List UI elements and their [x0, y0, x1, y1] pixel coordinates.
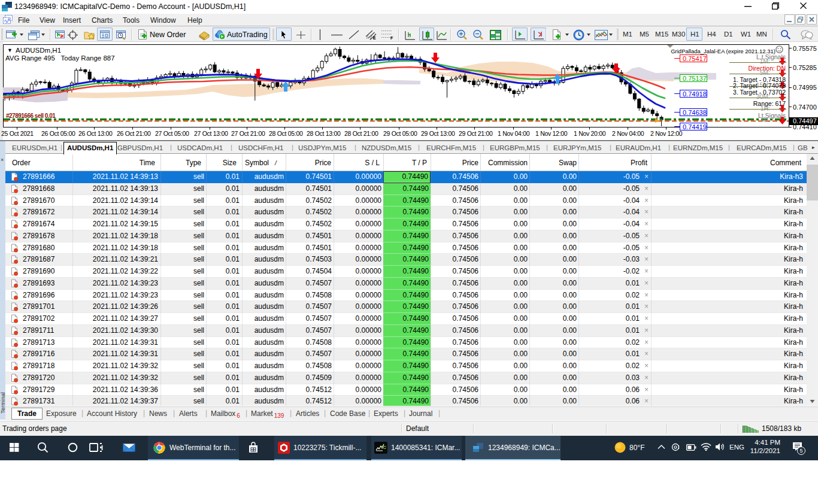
svg-text:F: F — [390, 36, 393, 40]
svg-text:IC: IC — [381, 445, 386, 450]
svg-text:E: E — [373, 36, 376, 40]
